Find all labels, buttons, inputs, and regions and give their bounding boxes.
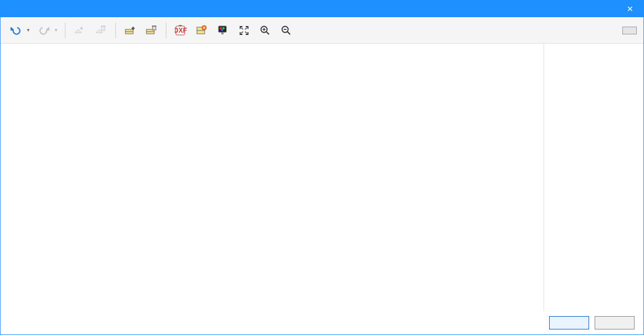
footer [1, 311, 643, 334]
redo-button[interactable] [35, 22, 53, 39]
svg-rect-12 [221, 32, 224, 34]
svg-text:DXF: DXF [175, 27, 187, 34]
cancel-button[interactable] [595, 316, 635, 329]
delete-layer-button[interactable] [143, 22, 160, 39]
color-settings-button[interactable] [214, 22, 232, 39]
add-boundary-button[interactable] [71, 22, 89, 39]
zoom-in-button[interactable] [256, 22, 274, 39]
close-icon[interactable]: ✕ [622, 2, 638, 16]
zoom-extents-button[interactable] [235, 22, 253, 39]
define-bottom-elevation-button[interactable] [622, 27, 637, 34]
zoom-out-button[interactable] [277, 22, 295, 39]
separator [115, 23, 116, 38]
svg-rect-0 [102, 26, 105, 31]
separator [65, 23, 65, 38]
ok-button[interactable] [549, 316, 589, 329]
legend-panel [544, 44, 643, 311]
section-plot[interactable] [1, 44, 544, 311]
import-image-button[interactable] [193, 22, 211, 39]
svg-rect-3 [153, 26, 156, 30]
redo-dropdown-icon[interactable]: ▼ [54, 28, 59, 33]
delete-boundary-button[interactable] [92, 22, 110, 39]
undo-dropdown-icon[interactable]: ▼ [26, 28, 32, 33]
titlebar: ✕ [1, 1, 643, 17]
add-layer-button[interactable] [121, 22, 139, 39]
import-dxf-button[interactable]: DXF [172, 22, 190, 39]
undo-button[interactable] [7, 22, 25, 39]
svg-point-11 [221, 28, 224, 31]
separator [166, 23, 166, 38]
toolbar: ▼ ▼ DXF [1, 17, 643, 44]
